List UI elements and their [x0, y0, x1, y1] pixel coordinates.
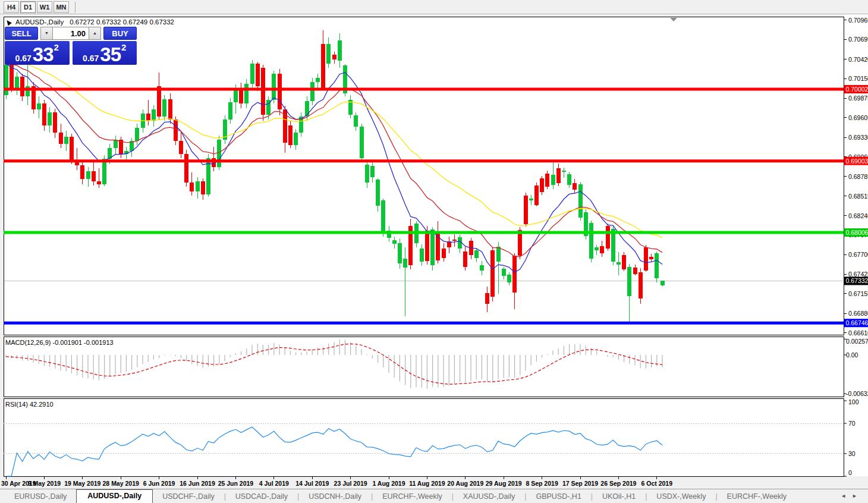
timeframe-buttons: H4D1W1MN: [4, 1, 70, 13]
date-label: 14 Jul 2019: [295, 480, 329, 487]
date-label: 4 Jul 2019: [259, 480, 289, 487]
date-label: 6 Jun 2019: [143, 480, 175, 487]
buy-button[interactable]: BUY: [103, 27, 137, 40]
sell-price-pip: 2: [54, 43, 59, 52]
date-label: 16 Jun 2019: [180, 480, 215, 487]
date-label: 29 Aug 2019: [486, 480, 522, 487]
chart-tab-ukoil[interactable]: UKOil-,H1: [593, 491, 645, 503]
chart-symbol-label: AUDUSD-,Daily: [15, 18, 64, 26]
svg-text:0.69003: 0.69003: [846, 158, 868, 165]
chart-tab-gbpusd[interactable]: GBPUSD-,H1: [526, 491, 590, 503]
timeframe-button-d1[interactable]: D1: [20, 1, 36, 13]
svg-text:0.67425: 0.67425: [848, 271, 868, 278]
buy-price-pip: 2: [121, 43, 126, 52]
svg-text:30: 30: [848, 450, 856, 457]
svg-text:0.68240: 0.68240: [848, 212, 868, 219]
svg-text:0.70420: 0.70420: [848, 56, 868, 63]
svg-text:100: 100: [848, 398, 859, 405]
chart-title: AUDUSD-,Daily 0.67272 0.67332 0.67249 0.…: [6, 18, 174, 26]
chart-tabs: EURUSD-,DailyAUDUSD-,DailyUSDCHF-,Daily|…: [5, 489, 796, 503]
svg-text:0.66746: 0.66746: [846, 319, 868, 326]
one-click-trading-panel: SELL ▼ ▲ BUY 0.67 33 2 0.67 35 2: [5, 27, 137, 65]
chart-tab-eurusd[interactable]: EURUSD-,Daily: [5, 491, 76, 503]
date-label: 8 Sep 2019: [526, 480, 558, 487]
svg-text:0.69605: 0.69605: [848, 114, 868, 121]
svg-text:0.68515: 0.68515: [848, 193, 868, 200]
svg-text:0.002574: 0.002574: [846, 338, 868, 345]
chart-tab-usdchf[interactable]: USDCHF-,Daily: [153, 491, 224, 503]
chart-tab-xauusd[interactable]: XAUUSD-,Daily: [454, 491, 525, 503]
buy-price-box[interactable]: 0.67 35 2: [73, 41, 137, 65]
sell-button[interactable]: SELL: [5, 27, 38, 40]
chart-tab-audusd[interactable]: AUDUSD-,Daily: [76, 489, 153, 503]
chart-window: 0.709650.706950.704200.701500.698750.696…: [0, 14, 868, 489]
chart-tab-usdx[interactable]: USDX-,Weekly: [647, 491, 715, 503]
sell-price-prefix: 0.67: [15, 54, 32, 62]
timeframe-button-w1[interactable]: W1: [37, 1, 52, 13]
volume-increase-button[interactable]: ▲: [89, 27, 101, 40]
svg-text:0.70002: 0.70002: [846, 86, 868, 93]
sell-price-box[interactable]: 0.67 33 2: [5, 41, 70, 65]
svg-text:0.66610: 0.66610: [848, 329, 868, 337]
date-label: 11 Aug 2019: [409, 480, 445, 487]
toolbar-separator: [75, 2, 76, 12]
date-label: 28 May 2019: [103, 480, 139, 487]
svg-text:0.69875: 0.69875: [848, 95, 868, 102]
svg-text:0.67332: 0.67332: [846, 277, 868, 284]
buy-price-big: 35: [100, 46, 121, 62]
svg-text:0.68785: 0.68785: [848, 173, 868, 180]
date-label: 25 Jun 2019: [218, 480, 254, 487]
date-label: 1 Aug 2019: [372, 480, 405, 487]
svg-text:-0.006326: -0.006326: [846, 390, 868, 397]
timeframe-button-h4[interactable]: H4: [4, 1, 19, 13]
date-label: 17 Sep 2019: [562, 480, 598, 487]
buy-price-prefix: 0.67: [83, 54, 99, 62]
svg-text:0.00: 0.00: [846, 351, 858, 359]
timeframe-button-mn[interactable]: MN: [54, 1, 69, 13]
date-label: 6 Oct 2019: [641, 480, 673, 487]
svg-text:0.70965: 0.70965: [848, 17, 868, 24]
date-label: 9 May 2019: [28, 480, 61, 487]
date-label: 23 Jul 2019: [334, 480, 367, 487]
volume-input[interactable]: [53, 27, 89, 40]
sell-price-big: 33: [33, 46, 54, 62]
svg-text:0.68006: 0.68006: [846, 229, 868, 236]
svg-text:0.67700: 0.67700: [848, 251, 868, 258]
chart-ohlc-values: 0.67272 0.67332 0.67249 0.67332: [70, 18, 174, 26]
chart-tab-usdcad[interactable]: USDCAD-,Daily: [226, 491, 297, 503]
tab-scroll-right-icon[interactable]: ►: [852, 493, 863, 499]
date-label: 20 Aug 2019: [447, 480, 483, 487]
date-label: 26 Sep 2019: [600, 480, 636, 487]
svg-text:0.70695: 0.70695: [848, 36, 868, 43]
svg-text:0: 0: [848, 469, 852, 476]
tab-scroll-arrows[interactable]: ◄►: [841, 493, 863, 499]
chart-tab-usdcnh[interactable]: USDCNH-,Daily: [299, 491, 371, 503]
svg-text:70: 70: [848, 420, 856, 427]
macd-label: MACD(12,26,9) -0.001901 -0.001913: [5, 339, 114, 346]
chart-tab-eurchf[interactable]: EURCHF-,Weekly: [373, 491, 451, 503]
chart-tab-eurchf[interactable]: EURCHF-,Weekly: [718, 491, 796, 503]
chart-canvas[interactable]: 0.709650.706950.704200.701500.698750.696…: [0, 14, 868, 489]
date-label: 19 May 2019: [64, 480, 100, 487]
rsi-label: RSI(14) 42.2910: [5, 401, 54, 408]
chart-tab-bar: EURUSD-,DailyAUDUSD-,DailyUSDCHF-,Daily|…: [0, 489, 868, 503]
tab-scroll-left-icon[interactable]: ◄: [841, 493, 852, 499]
svg-text:0.70150: 0.70150: [848, 75, 868, 82]
svg-text:0.69330: 0.69330: [848, 134, 868, 141]
svg-text:0.67155: 0.67155: [848, 290, 868, 297]
timeframe-toolbar: H4D1W1MN: [0, 0, 868, 14]
svg-text:0.66880: 0.66880: [848, 310, 868, 317]
volume-decrease-button[interactable]: ▼: [40, 27, 53, 40]
volume-spinner: ▼ ▲: [40, 27, 101, 40]
crosshair-arrow-icon: [5, 18, 12, 26]
